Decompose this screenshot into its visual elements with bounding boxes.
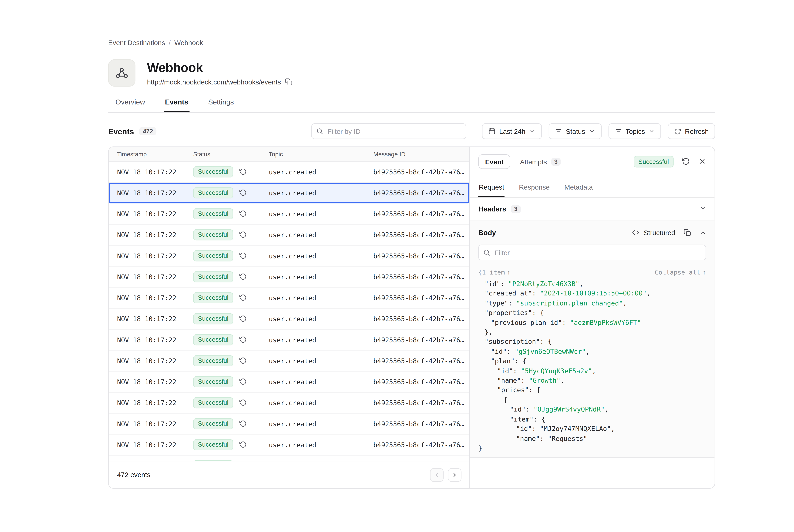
event-row[interactable]: NOV 18 10:17:22 Successful user.created … bbox=[109, 204, 469, 225]
json-line: "item": { bbox=[478, 415, 706, 424]
table-footer: 472 events bbox=[109, 461, 469, 488]
close-panel-button[interactable] bbox=[698, 158, 706, 166]
row-message-id: b4925365-b8cf-42b7-a76… bbox=[373, 210, 469, 218]
event-row[interactable]: NOV 18 10:17:22 Successful user.created … bbox=[109, 372, 469, 393]
row-status-badge: Successful bbox=[193, 334, 233, 345]
tab-metadata[interactable]: Metadata bbox=[564, 176, 593, 197]
row-topic: user.created bbox=[269, 231, 373, 239]
row-topic: user.created bbox=[269, 315, 373, 323]
headers-section-toggle[interactable]: Headers 3 bbox=[470, 198, 715, 220]
row-topic: user.created bbox=[269, 273, 373, 281]
event-row[interactable]: NOV 18 10:17:22 Successful user.created … bbox=[109, 414, 469, 435]
event-row[interactable]: NOV 18 10:17:22 Successful user.created … bbox=[109, 162, 469, 183]
json-line: }, bbox=[478, 327, 706, 337]
refresh-button[interactable]: Refresh bbox=[668, 124, 715, 139]
row-timestamp: NOV 18 10:17:22 bbox=[117, 294, 193, 302]
table-header: Timestamp Status Topic Message ID bbox=[109, 147, 469, 162]
row-retry-button[interactable] bbox=[240, 315, 247, 322]
prev-page-button bbox=[430, 468, 444, 481]
next-page-button[interactable] bbox=[448, 468, 461, 481]
row-retry-button[interactable] bbox=[240, 420, 247, 428]
row-timestamp: NOV 18 10:17:22 bbox=[117, 252, 193, 260]
events-count-badge: 472 bbox=[139, 127, 157, 135]
status-filter-button[interactable]: Status bbox=[548, 124, 601, 139]
row-retry-button[interactable] bbox=[240, 336, 247, 344]
row-retry-button[interactable] bbox=[240, 210, 247, 217]
row-message-id: b4925365-b8cf-42b7-a76… bbox=[373, 294, 469, 302]
events-count-label: 472 events bbox=[117, 471, 150, 479]
breadcrumb-parent[interactable]: Event Destinations bbox=[108, 39, 165, 47]
page: Event Destinations / Webhook Webhook htt… bbox=[0, 0, 794, 532]
retry-event-button[interactable] bbox=[682, 158, 690, 166]
event-tab-button[interactable]: Event bbox=[478, 154, 511, 169]
tab-settings[interactable]: Settings bbox=[207, 98, 235, 112]
row-retry-button[interactable] bbox=[240, 399, 247, 406]
headers-count-badge: 3 bbox=[511, 205, 521, 213]
column-header-message-id: Message ID bbox=[373, 151, 469, 157]
row-retry-button[interactable] bbox=[240, 378, 247, 385]
event-row[interactable]: NOV 18 10:17:22 Successful user.created … bbox=[109, 435, 469, 455]
structured-view-toggle[interactable]: Structured bbox=[632, 229, 675, 236]
tab-events[interactable]: Events bbox=[164, 98, 189, 112]
row-retry-button[interactable] bbox=[240, 189, 247, 196]
calendar-icon bbox=[488, 128, 495, 135]
row-retry-button[interactable] bbox=[240, 357, 247, 364]
tab-overview[interactable]: Overview bbox=[114, 98, 146, 112]
event-row[interactable]: NOV 18 10:17:22 Successful user.created … bbox=[109, 350, 469, 372]
event-row[interactable]: NOV 18 10:17:22 Successful user.created … bbox=[109, 246, 469, 267]
chevron-down-icon bbox=[589, 128, 595, 134]
row-retry-button[interactable] bbox=[240, 252, 247, 260]
chevron-right-icon bbox=[452, 472, 458, 478]
retry-icon bbox=[240, 399, 247, 406]
chevron-left-icon bbox=[434, 472, 440, 478]
json-line: "created_at": "2024-10-10T09:15:50+00:00… bbox=[478, 289, 706, 299]
event-row[interactable]: NOV 18 10:17:22 Successful user.created … bbox=[109, 267, 469, 287]
row-message-id: b4925365-b8cf-42b7-a76… bbox=[373, 168, 469, 176]
arrow-up-icon: ↑ bbox=[507, 269, 511, 276]
chevron-down-icon bbox=[649, 128, 655, 134]
retry-icon bbox=[240, 231, 247, 239]
page-title: Webhook bbox=[147, 60, 292, 75]
body-filter-input[interactable] bbox=[478, 245, 706, 260]
time-range-button[interactable]: Last 24h bbox=[482, 124, 542, 139]
row-retry-button[interactable] bbox=[240, 273, 247, 281]
topics-filter-button[interactable]: Topics bbox=[608, 124, 661, 139]
filter-lines-icon bbox=[615, 128, 622, 135]
json-line: "prices": [ bbox=[478, 385, 706, 395]
event-row[interactable]: NOV 18 10:17:22 Successful user.created … bbox=[109, 225, 469, 246]
row-message-id: b4925365-b8cf-42b7-a76… bbox=[373, 441, 469, 449]
column-header-topic: Topic bbox=[269, 151, 373, 157]
copy-body-button[interactable] bbox=[684, 229, 691, 236]
json-line: "id": "QJgg9WrS4vyQPNdR", bbox=[478, 405, 706, 415]
row-retry-button[interactable] bbox=[240, 231, 247, 239]
filter-by-id-input[interactable] bbox=[311, 124, 466, 139]
event-row[interactable]: NOV 18 10:17:22 Successful user.created … bbox=[109, 288, 469, 309]
row-retry-button[interactable] bbox=[240, 441, 247, 449]
row-status-badge: Successful bbox=[193, 313, 233, 324]
close-icon bbox=[698, 158, 706, 166]
collapse-all-button[interactable]: Collapse all ↑ bbox=[655, 269, 706, 276]
json-root-collapse-toggle[interactable]: {1 item ↑ bbox=[478, 269, 511, 276]
tab-response[interactable]: Response bbox=[518, 176, 550, 197]
collapse-body-button[interactable] bbox=[699, 229, 706, 236]
row-status-badge: Successful bbox=[193, 439, 233, 451]
retry-icon bbox=[240, 252, 247, 260]
row-topic: user.created bbox=[269, 420, 373, 428]
tab-request[interactable]: Request bbox=[478, 176, 505, 197]
row-retry-button[interactable] bbox=[240, 294, 247, 302]
json-line: "previous_plan_id": "aezmBVpPksWVY6FT" bbox=[478, 318, 706, 327]
event-row[interactable]: NOV 18 10:17:22 Successful user.created … bbox=[109, 309, 469, 329]
event-row[interactable]: NOV 18 10:17:22 Successful user.created … bbox=[109, 329, 469, 350]
json-line: "id": "P2NoRtyZoTc46X3B", bbox=[478, 279, 706, 289]
row-status-badge: Successful bbox=[193, 271, 233, 283]
copy-url-button[interactable] bbox=[285, 78, 292, 86]
retry-icon bbox=[240, 441, 247, 449]
event-row[interactable]: NOV 18 10:17:22 Successful user.created … bbox=[109, 183, 469, 204]
row-status-badge: Successful bbox=[193, 292, 233, 304]
event-row[interactable]: NOV 18 10:17:22 Successful user.created … bbox=[109, 456, 469, 461]
event-row[interactable]: NOV 18 10:17:22 Successful user.created … bbox=[109, 393, 469, 414]
attempts-tab-button[interactable]: Attempts 3 bbox=[520, 158, 561, 166]
row-retry-button[interactable] bbox=[240, 168, 247, 176]
row-timestamp: NOV 18 10:17:22 bbox=[117, 231, 193, 239]
attempts-count-badge: 3 bbox=[551, 158, 561, 166]
